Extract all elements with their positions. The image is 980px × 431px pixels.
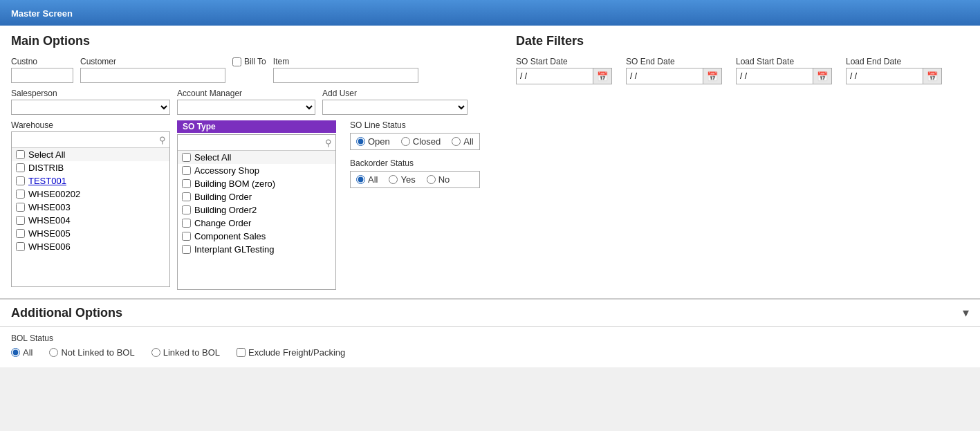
backorder-all-label[interactable]: All — [356, 174, 378, 185]
exclude-freight-checkbox[interactable] — [237, 348, 246, 357]
so-type-select-all-checkbox[interactable] — [182, 153, 191, 162]
so-start-date-input[interactable] — [517, 68, 593, 84]
custno-input[interactable] — [11, 68, 73, 83]
list-item[interactable]: Change Order — [178, 217, 335, 230]
so-start-date-wrapper: 📅 — [516, 68, 612, 84]
list-item[interactable]: Building BOM (zero) — [178, 177, 335, 190]
load-start-date-calendar-icon[interactable]: 📅 — [813, 68, 831, 84]
so-line-open-radio[interactable] — [356, 137, 365, 146]
accessory-shop-checkbox[interactable] — [182, 166, 191, 175]
so-end-date-calendar-icon[interactable]: 📅 — [703, 68, 721, 84]
so-line-all-label[interactable]: All — [452, 136, 473, 147]
item-input[interactable] — [273, 68, 418, 83]
warehouse-label: Warehouse — [11, 120, 170, 130]
list-item[interactable]: DISTRIB — [12, 161, 169, 174]
list-item[interactable]: Component Sales — [178, 230, 335, 243]
backorder-yes-label[interactable]: Yes — [389, 174, 415, 185]
list-item[interactable]: WHSE004 — [12, 214, 169, 227]
bol-not-linked-radio[interactable] — [49, 348, 58, 357]
bill-to-label: Bill To — [244, 57, 266, 66]
load-start-date-wrapper: 📅 — [736, 68, 832, 84]
so-line-closed-text: Closed — [413, 136, 441, 147]
load-end-date-input[interactable] — [847, 68, 923, 84]
account-manager-select[interactable] — [177, 100, 315, 115]
backorder-all-text: All — [368, 174, 378, 185]
bol-linked-label[interactable]: Linked to BOL — [151, 347, 220, 358]
warehouse-whse004-checkbox[interactable] — [16, 216, 25, 225]
list-item[interactable]: WHSE003 — [12, 201, 169, 214]
load-end-date-calendar-icon[interactable]: 📅 — [923, 68, 941, 84]
warehouse-whse00202-checkbox[interactable] — [16, 190, 25, 199]
so-line-status-label: SO Line Status — [350, 120, 480, 130]
load-start-date-label: Load Start Date — [736, 57, 832, 66]
list-item[interactable]: Interplant GLTesting — [178, 243, 335, 256]
date-filters-panel: Date Filters SO Start Date 📅 SO End Date… — [502, 34, 969, 290]
change-order-checkbox[interactable] — [182, 219, 191, 228]
warehouse-distrib-checkbox[interactable] — [16, 163, 25, 172]
backorder-status-radio-group: All Yes No — [350, 171, 480, 188]
warehouse-whse00202-label: WHSE00202 — [28, 189, 80, 199]
list-item[interactable]: TEST001 — [12, 174, 169, 187]
warehouse-select-all-checkbox[interactable] — [16, 150, 25, 159]
bol-not-linked-text: Not Linked to BOL — [61, 347, 134, 358]
item-field-group: Item — [273, 57, 418, 83]
warehouse-search-input[interactable] — [12, 132, 169, 147]
interplant-gl-checkbox[interactable] — [182, 245, 191, 254]
warehouse-select-all[interactable]: Select All — [12, 148, 169, 161]
warehouse-whse005-checkbox[interactable] — [16, 229, 25, 238]
main-options-title: Main Options — [11, 34, 502, 48]
so-type-select-all[interactable]: Select All — [178, 151, 335, 164]
customer-input[interactable] — [80, 68, 225, 83]
so-line-closed-label[interactable]: Closed — [401, 136, 441, 147]
building-order2-checkbox[interactable] — [182, 205, 191, 214]
warehouse-whse006-checkbox[interactable] — [16, 242, 25, 251]
so-line-all-radio[interactable] — [452, 137, 461, 146]
bol-all-radio[interactable] — [11, 348, 20, 357]
backorder-no-text: No — [438, 174, 450, 185]
so-type-search-input[interactable] — [178, 135, 335, 150]
warehouse-whse005-label: WHSE005 — [28, 228, 71, 239]
backorder-yes-radio[interactable] — [389, 175, 398, 184]
status-columns: SO Line Status Open Closed — [350, 120, 480, 290]
building-order-checkbox[interactable] — [182, 192, 191, 201]
backorder-no-radio[interactable] — [427, 175, 436, 184]
list-item[interactable]: Building Order2 — [178, 203, 335, 217]
accessory-shop-label: Accessory Shop — [194, 165, 259, 176]
list-item[interactable]: WHSE005 — [12, 227, 169, 240]
list-item[interactable]: WHSE006 — [12, 240, 169, 253]
so-start-date-calendar-icon[interactable]: 📅 — [593, 68, 611, 84]
bol-status-label: BOL Status — [11, 333, 969, 343]
load-start-date-group: Load Start Date 📅 — [736, 57, 832, 84]
account-manager-group: Account Manager — [177, 89, 315, 115]
list-item[interactable]: WHSE00202 — [12, 187, 169, 201]
bol-linked-text: Linked to BOL — [163, 347, 220, 358]
backorder-no-label[interactable]: No — [427, 174, 450, 185]
exclude-freight-label[interactable]: Exclude Freight/Packing — [237, 347, 345, 358]
list-item[interactable]: Building Order — [178, 190, 335, 203]
bol-linked-radio[interactable] — [151, 348, 160, 357]
additional-options-title: Additional Options — [11, 306, 122, 320]
building-bom-checkbox[interactable] — [182, 179, 191, 188]
bol-all-label[interactable]: All — [11, 347, 33, 358]
warehouse-distrib-label: DISTRIB — [28, 163, 64, 173]
salesperson-select[interactable] — [11, 100, 170, 115]
additional-options-bar: Additional Options ▾ — [0, 299, 980, 327]
so-end-date-input[interactable] — [627, 68, 703, 84]
load-start-date-input[interactable] — [737, 68, 813, 84]
backorder-all-radio[interactable] — [356, 175, 365, 184]
warehouse-test001-checkbox[interactable] — [16, 176, 25, 185]
component-sales-checkbox[interactable] — [182, 232, 191, 241]
list-item[interactable]: Accessory Shop — [178, 164, 335, 177]
building-order2-label: Building Order2 — [194, 205, 257, 215]
customer-label: Customer — [80, 57, 225, 66]
bol-not-linked-label[interactable]: Not Linked to BOL — [49, 347, 134, 358]
add-user-select[interactable] — [322, 100, 468, 115]
so-line-closed-radio[interactable] — [401, 137, 410, 146]
warehouse-whse003-checkbox[interactable] — [16, 203, 25, 212]
chevron-down-icon[interactable]: ▾ — [963, 305, 969, 320]
so-line-all-text: All — [463, 136, 473, 147]
so-type-section: SO Type ⚲ Select All Accessory Shop — [177, 120, 336, 290]
so-line-open-label[interactable]: Open — [356, 136, 390, 147]
warehouse-select-all-label: Select All — [28, 149, 65, 160]
bill-to-checkbox[interactable] — [232, 57, 241, 66]
